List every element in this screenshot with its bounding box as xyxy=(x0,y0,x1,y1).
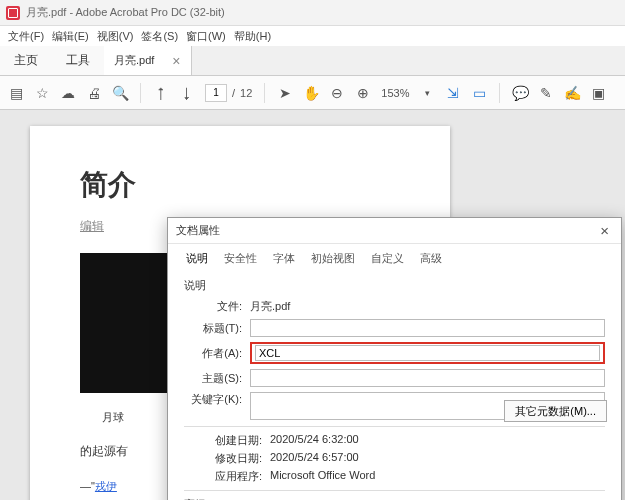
page-down-icon[interactable]: ⭣ xyxy=(179,85,195,101)
sidebar-toggle-icon[interactable]: ▤ xyxy=(8,85,24,101)
separator xyxy=(499,83,500,103)
page-heading: 简介 xyxy=(80,166,400,204)
dialog-tab-advanced[interactable]: 高级 xyxy=(412,247,450,270)
dialog-tabs: 说明 安全性 字体 初始视图 自定义 高级 xyxy=(168,244,621,270)
page-total: 12 xyxy=(240,87,252,99)
tab-row: 主页 工具 月亮.pdf × xyxy=(0,46,625,76)
dialog-tab-description[interactable]: 说明 xyxy=(178,247,216,270)
label-title: 标题(T): xyxy=(184,321,250,336)
hand-icon[interactable]: ✋ xyxy=(303,85,319,101)
chevron-down-icon[interactable]: ▾ xyxy=(419,85,435,101)
arrow-cursor-icon[interactable]: ➤ xyxy=(277,85,293,101)
divider xyxy=(184,490,605,491)
value-modified: 2020/5/24 6:57:00 xyxy=(270,451,605,466)
page-link[interactable]: 戎伊 xyxy=(95,480,117,492)
page-input[interactable] xyxy=(205,84,227,102)
menu-file[interactable]: 文件(F) xyxy=(6,29,46,44)
label-file: 文件: xyxy=(184,299,250,314)
window-title: 月亮.pdf - Adobe Acrobat Pro DC (32-bit) xyxy=(26,5,225,20)
cloud-icon[interactable]: ☁ xyxy=(60,85,76,101)
value-application: Microsoft Office Word xyxy=(270,469,605,484)
label-author: 作者(A): xyxy=(184,346,250,361)
divider xyxy=(184,426,605,427)
value-created: 2020/5/24 6:32:00 xyxy=(270,433,605,448)
window-title-bar: 月亮.pdf - Adobe Acrobat Pro DC (32-bit) xyxy=(0,0,625,26)
search-icon[interactable]: 🔍 xyxy=(112,85,128,101)
page-up-icon[interactable]: ⭡ xyxy=(153,85,169,101)
tab-document-label: 月亮.pdf xyxy=(114,53,154,68)
section-description: 说明 xyxy=(184,278,605,293)
field-file: 文件: 月亮.pdf xyxy=(184,299,605,314)
menu-help[interactable]: 帮助(H) xyxy=(232,29,273,44)
menu-bar: 文件(F) 编辑(E) 视图(V) 签名(S) 窗口(W) 帮助(H) xyxy=(0,26,625,46)
dialog-titlebar: 文档属性 × xyxy=(168,218,621,244)
label-application: 应用程序: xyxy=(184,469,270,484)
dialog-tab-initial-view[interactable]: 初始视图 xyxy=(303,247,363,270)
menu-window[interactable]: 窗口(W) xyxy=(184,29,228,44)
fit-page-icon[interactable]: ▭ xyxy=(471,85,487,101)
dialog-body: 说明 文件: 月亮.pdf 标题(T): 作者(A): 主题(S): 关键字(K… xyxy=(168,270,621,500)
dialog-tab-fonts[interactable]: 字体 xyxy=(265,247,303,270)
field-author: 作者(A): xyxy=(184,342,605,364)
dialog-close-icon[interactable]: × xyxy=(596,222,613,239)
label-created: 创建日期: xyxy=(184,433,270,448)
label-subject: 主题(S): xyxy=(184,371,250,386)
field-subject: 主题(S): xyxy=(184,369,605,387)
dialog-title: 文档属性 xyxy=(176,223,220,238)
other-metadata-button[interactable]: 其它元数据(M)... xyxy=(504,400,607,422)
input-subject[interactable] xyxy=(250,369,605,387)
separator xyxy=(264,83,265,103)
input-author[interactable] xyxy=(255,345,600,361)
label-keywords: 关键字(K): xyxy=(184,392,250,407)
page-control: / 12 xyxy=(205,84,252,102)
value-file: 月亮.pdf xyxy=(250,299,605,314)
page-sep: / xyxy=(232,87,235,99)
signature-icon[interactable]: ✍ xyxy=(564,85,580,101)
highlight-icon[interactable]: ✎ xyxy=(538,85,554,101)
stamp-icon[interactable]: ▣ xyxy=(590,85,606,101)
document-viewport: 简介 编辑 月球 的起源有 —"戎伊 文档属性 × 说明 安全性 字体 初始视图… xyxy=(0,110,625,500)
tab-document[interactable]: 月亮.pdf × xyxy=(104,46,192,75)
input-title[interactable] xyxy=(250,319,605,337)
print-icon[interactable]: 🖨 xyxy=(86,85,102,101)
field-title: 标题(T): xyxy=(184,319,605,337)
menu-edit[interactable]: 编辑(E) xyxy=(50,29,91,44)
menu-view[interactable]: 视图(V) xyxy=(95,29,136,44)
dialog-tab-security[interactable]: 安全性 xyxy=(216,247,265,270)
dialog-tab-custom[interactable]: 自定义 xyxy=(363,247,412,270)
label-modified: 修改日期: xyxy=(184,451,270,466)
tab-tools[interactable]: 工具 xyxy=(52,46,104,75)
app-logo-icon xyxy=(6,6,20,20)
document-properties-dialog: 文档属性 × 说明 安全性 字体 初始视图 自定义 高级 说明 文件: 月亮.p… xyxy=(167,217,622,500)
zoom-out-icon[interactable]: ⊖ xyxy=(329,85,345,101)
toolbar: ▤ ☆ ☁ 🖨 🔍 ⭡ ⭣ / 12 ➤ ✋ ⊖ ⊕ 153% ▾ ⇲ ▭ 💬 … xyxy=(0,76,625,110)
star-icon[interactable]: ☆ xyxy=(34,85,50,101)
tab-home[interactable]: 主页 xyxy=(0,46,52,75)
zoom-level[interactable]: 153% xyxy=(381,87,409,99)
zoom-in-icon[interactable]: ⊕ xyxy=(355,85,371,101)
fit-width-icon[interactable]: ⇲ xyxy=(445,85,461,101)
tab-close-icon[interactable]: × xyxy=(172,53,180,69)
menu-sign[interactable]: 签名(S) xyxy=(139,29,180,44)
tab-spacer xyxy=(192,46,625,75)
separator xyxy=(140,83,141,103)
comment-icon[interactable]: 💬 xyxy=(512,85,528,101)
highlight-author xyxy=(250,342,605,364)
